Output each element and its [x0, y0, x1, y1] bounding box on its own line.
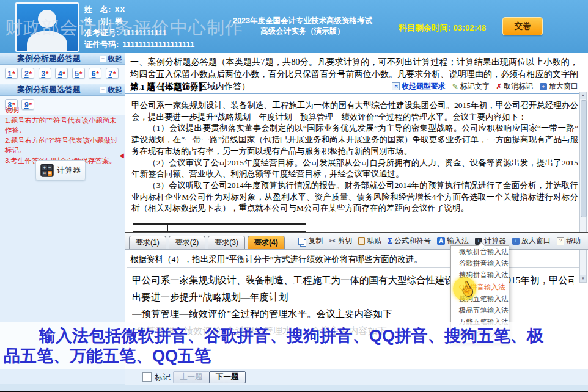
gender-label: 性 别:	[84, 16, 111, 26]
mark-text-button[interactable]: ✎标记文字	[452, 81, 490, 92]
help-icon: ?	[557, 237, 564, 245]
exam-title-line2: 高级会计实务（演示版）	[202, 26, 403, 37]
required-collapse-button[interactable]: −收起	[100, 54, 122, 64]
timer-label: 科目剩余时间:	[399, 23, 451, 32]
next-question-button[interactable]: 下一题	[209, 371, 246, 383]
input-method-button[interactable]: A输入法	[437, 236, 469, 246]
calc-plus-key: +	[42, 165, 47, 170]
notes-title: 说明:	[5, 105, 121, 115]
collapse-requirements-button[interactable]: «收起题型要求	[392, 81, 446, 92]
question-footer-bar: 标记 上一题 下一题	[125, 369, 588, 385]
calculator-label: 计算器	[57, 165, 81, 176]
gender-value: 男	[114, 16, 122, 26]
exam-title: 2023年度全国会计专业技术高级资格考试 高级会计实务（演示版）	[202, 16, 403, 37]
input-method-label: 输入法	[447, 236, 469, 246]
required-section-header: 案例分析题必答题 −收起	[0, 53, 125, 65]
question-button-7[interactable]: 7*	[106, 68, 119, 79]
ime-item-jipin-wubi[interactable]: 极品五笔输入法	[451, 305, 509, 316]
scrollbar-thumb[interactable]	[581, 100, 587, 217]
cancel-mark-button[interactable]: ✗取消标记	[496, 81, 533, 92]
collapse-icon: −	[100, 56, 106, 62]
id-value: 111111111111111111	[122, 40, 194, 49]
input-method-icon: A	[437, 237, 445, 245]
tab-requirement-3[interactable]: 要求(3)	[208, 236, 245, 249]
required-section-title: 案例分析题必答题	[0, 54, 98, 64]
question-number: 1	[8, 70, 12, 78]
paste-label: 粘贴	[367, 236, 381, 246]
scroll-down-arrow[interactable]: ▼	[580, 275, 586, 282]
sidebar-notes: 说明: 1.题号右方的“*”符号代表该小题尚未作答。 2.题号右方的“?”符号代…	[5, 105, 121, 165]
enlarge-window-button[interactable]: +放大窗口	[540, 81, 578, 92]
exam-app-window: 姓 名:XX 性 别:男 准考证号:11111111111 证件号码:11111…	[0, 0, 588, 392]
enlarge-window-label: 放大窗口	[549, 81, 578, 92]
subtitle-overlay: 输入法包括微软拼音、谷歌拼音、搜狗拼音、QQ拼音、搜狗五笔、极 品五笔、万能五笔…	[0, 322, 588, 369]
question-button-4[interactable]: 4*	[55, 68, 68, 79]
question-paragraph: （3）会议听取了公司2014年度预算执行情况的报告。财务部就公司2014年的预算…	[131, 180, 578, 214]
question-body: 甲公司系一家集规划设计、装备制造、工程施工为一体的国有大型综合性建设集团公司。2…	[131, 100, 578, 214]
subtitle-line1: 输入法包括微软拼音、谷歌拼音、搜狗拼音、QQ拼音、搜狗五笔、极	[0, 326, 588, 346]
question-number: 4	[58, 70, 62, 78]
cursor-highlight: ☝	[453, 277, 476, 300]
question-number: 6	[92, 70, 96, 78]
cut-button[interactable]: ✂剪切	[329, 236, 352, 246]
avatar-shoulders	[27, 31, 67, 52]
candidate-info: 姓 名:XX 性 别:男 准考证号:11111111111 证件号码:11111…	[84, 4, 194, 50]
toolbar-enlarge-window-label: 放大窗口	[521, 236, 551, 246]
tab-requirement-4[interactable]: 要求(4)	[248, 236, 285, 249]
question-button-5[interactable]: 5*	[72, 68, 85, 79]
editor-toolbar: 复制 ✂剪切 粘贴 Σ公式和符号 A输入法 +计算器 +放大窗口 ?帮助	[298, 236, 581, 246]
question-button-1[interactable]: 1*	[5, 68, 18, 79]
tab-requirement-2[interactable]: 要求(2)	[169, 236, 206, 249]
candidate-ticket-row: 准考证号:11111111111	[84, 27, 194, 38]
calc-equals-key: =	[48, 171, 53, 176]
question-number: 2	[24, 70, 29, 78]
id-label: 证件号码:	[84, 40, 119, 49]
formula-symbols-button[interactable]: Σ公式和符号	[388, 236, 431, 246]
remaining-time: 科目剩余时间: 03:02:48	[399, 23, 486, 34]
paste-button[interactable]: 粘贴	[358, 236, 381, 246]
unanswered-flag: *	[63, 70, 65, 78]
unanswered-flag: *	[12, 70, 15, 78]
copy-button[interactable]: 复制	[298, 236, 323, 246]
question-button-3[interactable]: 3*	[39, 68, 51, 79]
question-paragraph: （1）会议提出要贯彻落实董事会制定的以“国际业务优先发展”为主导的密集型战略。公…	[131, 123, 578, 157]
tab-requirement-1[interactable]: 要求(1)	[129, 236, 166, 249]
submit-paper-button[interactable]: 交卷	[502, 17, 543, 35]
formula-symbols-label: 公式和符号	[394, 236, 431, 246]
pencil-icon: ✎	[452, 82, 458, 91]
unanswered-flag: *	[79, 70, 82, 78]
question-number: 7	[108, 70, 112, 78]
cancel-mark-icon: ✗	[496, 82, 502, 90]
question-button-2[interactable]: 2*	[21, 68, 34, 79]
mark-checkbox[interactable]	[142, 372, 152, 382]
optional-section-title: 案例分析题选答题	[0, 85, 98, 95]
toolbar-enlarge-window-button[interactable]: +放大窗口	[512, 236, 551, 246]
name-value: XX	[114, 5, 125, 14]
unanswered-flag: *	[46, 70, 48, 78]
collapse-label: 收起	[108, 85, 122, 94]
name-label: 姓 名:	[84, 5, 111, 14]
toolbar-calculator-label: 计算器	[484, 236, 506, 246]
scroll-up-arrow[interactable]: ▲	[580, 92, 586, 99]
required-question-grid: 1* 2* 3* 4* 5* 6* 7*	[0, 65, 125, 84]
help-button[interactable]: ?帮助	[557, 236, 581, 246]
ime-item-google-pinyin[interactable]: 谷歌拼音输入法	[451, 258, 509, 269]
sidebar-collapse-arrow-icon[interactable]: ◀	[119, 152, 124, 159]
previous-question-button[interactable]: 上一题	[173, 371, 210, 383]
enlarge-window-icon: +	[540, 83, 547, 90]
calculator-button[interactable]: +−×= 计算器	[35, 160, 86, 181]
question-scrollbar[interactable]: ▲ ▼	[579, 92, 587, 283]
question-button-6[interactable]: 6*	[89, 68, 101, 79]
requirements-toolbar-strip: 要求(1) 要求(2) 要求(3) 要求(4) 复制 ✂剪切 粘贴 Σ公式和符号…	[125, 232, 588, 250]
calculator-icon: +−×=	[40, 164, 54, 177]
sigma-icon: Σ	[388, 236, 392, 245]
header-bar: 姓 名:XX 性 别:男 准考证号:11111111111 证件号码:11111…	[0, 0, 588, 53]
ticket-value: 11111111111	[122, 28, 166, 37]
collapse-icon: −	[100, 87, 106, 93]
cut-label: 剪切	[337, 236, 352, 246]
exam-title-line1: 2023年度全国会计专业技术高级资格考试	[202, 16, 403, 26]
chevrons-up-icon: «	[392, 82, 400, 90]
optional-collapse-button[interactable]: −收起	[100, 85, 122, 95]
scissors-icon: ✂	[329, 236, 336, 245]
timer-value: 03:02:48	[453, 23, 486, 32]
